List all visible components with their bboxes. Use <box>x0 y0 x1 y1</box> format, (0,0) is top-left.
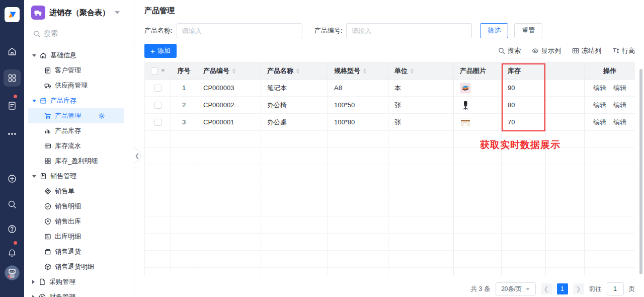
sidebar-item-5[interactable]: 产品库存 <box>24 123 134 138</box>
sidebar-item-14[interactable]: 销售退货明细 <box>24 259 134 274</box>
column-header-3[interactable]: 规格型号 <box>328 62 388 79</box>
vertical-scrollbar[interactable] <box>639 69 642 274</box>
sidebar-item-6[interactable]: 库存流水 <box>24 138 134 154</box>
filter-button[interactable]: 筛选 <box>480 23 508 38</box>
sidebar-item-13[interactable]: 销售退货 <box>24 244 134 259</box>
product-code-input[interactable] <box>346 23 472 38</box>
table-search-button[interactable]: 搜索 <box>498 46 521 55</box>
sidebar-item-12[interactable]: 出库明细 <box>24 229 134 244</box>
current-page-button[interactable]: 1 <box>557 283 568 294</box>
product-image-desk[interactable] <box>460 117 471 128</box>
sidebar-item-10[interactable]: 销售明细 <box>24 199 134 214</box>
show-columns-button[interactable]: 显示列 <box>532 46 561 55</box>
sidebar-search-input[interactable]: 搜索 <box>24 25 134 44</box>
row-height-button[interactable]: 行高 <box>612 46 635 55</box>
goto-page-input[interactable] <box>607 282 624 295</box>
sidebar-item-label: 财务管理 <box>49 292 75 297</box>
table-search-label: 搜索 <box>508 46 521 55</box>
freeze-columns-button[interactable]: 冻结列 <box>572 46 601 55</box>
page-title: 产品管理 <box>144 6 644 16</box>
next-page-button[interactable]: ❯ <box>573 283 584 294</box>
chevron-down-icon[interactable] <box>161 69 165 72</box>
column-header-4[interactable]: 单位 <box>388 62 454 79</box>
sidebar-item-11[interactable]: 销售出库 <box>24 214 134 229</box>
sidebar: 进销存（聚合表） 搜索 基础信息客户管理供应商管理产品库存产品管理产品库存库存流… <box>24 0 134 297</box>
sidebar-item-group-8[interactable]: 销售管理 <box>24 169 134 184</box>
empty-table-row <box>145 216 635 234</box>
row-checkbox[interactable] <box>154 85 162 92</box>
bell-icon <box>7 248 17 258</box>
sidebar-item-4[interactable]: 产品管理 <box>28 108 124 123</box>
sidebar-item-7[interactable]: 库存_盈利明细 <box>24 154 134 169</box>
rail-more-button[interactable] <box>0 129 24 139</box>
rail-notifications-button[interactable] <box>0 248 24 258</box>
edit-link[interactable]: 编辑 <box>613 118 626 127</box>
row-checkbox[interactable] <box>154 119 162 126</box>
prev-page-button[interactable]: ❮ <box>541 283 552 294</box>
sort-icon[interactable] <box>232 68 235 73</box>
sidebar-item-label: 供应商管理 <box>55 81 88 90</box>
edit-link[interactable]: 编辑 <box>613 84 626 93</box>
sidebar-item-group-15[interactable]: 采购管理 <box>24 274 134 289</box>
shield-check-icon <box>44 203 51 210</box>
truck-icon <box>44 82 51 89</box>
rail-add-button[interactable] <box>0 174 24 184</box>
circle-v-icon <box>39 293 46 297</box>
app-switcher[interactable]: 进销存（聚合表） <box>24 0 134 25</box>
sidebar-item-label: 采购管理 <box>49 277 75 286</box>
product-name-input[interactable] <box>177 23 302 38</box>
product-image-notebook[interactable] <box>460 83 471 94</box>
select-all-checkbox[interactable] <box>151 67 158 75</box>
sort-icon[interactable] <box>296 68 299 73</box>
caret-right-icon <box>32 295 35 297</box>
empty-table-row <box>145 251 635 268</box>
sidebar-item-group-3[interactable]: 产品库存 <box>24 93 134 108</box>
brand-logo[interactable] <box>0 7 24 22</box>
sidebar-search-placeholder: 搜索 <box>44 29 58 38</box>
sort-icon[interactable] <box>363 68 366 73</box>
chevron-down-icon <box>115 11 120 14</box>
edit-link[interactable]: 编辑 <box>593 84 606 93</box>
sort-icon[interactable] <box>411 68 414 73</box>
rail-apps-button[interactable] <box>0 69 24 87</box>
column-header-1[interactable]: 产品编号 <box>197 62 261 79</box>
user-avatar[interactable] <box>0 265 24 280</box>
sidebar-item-9[interactable]: 销售单 <box>24 184 134 199</box>
sidebar-item-group-16[interactable]: 财务管理 <box>24 289 134 297</box>
edit-link[interactable]: 编辑 <box>593 101 606 110</box>
gear-icon[interactable] <box>98 112 105 119</box>
row-checkbox[interactable] <box>154 102 162 109</box>
page-size-select[interactable]: 20条/页 <box>496 282 536 295</box>
rail-help-button[interactable] <box>0 224 24 234</box>
edit-link[interactable]: 编辑 <box>613 101 626 110</box>
bell-notification-dot <box>14 241 17 245</box>
apps-grid-icon <box>7 73 17 83</box>
filter-label-product-name: 产品名称: <box>144 26 173 35</box>
edit-link[interactable]: 编辑 <box>593 118 606 127</box>
empty-table-row <box>145 268 635 275</box>
column-header-label: 操作 <box>603 66 616 76</box>
product-image-chair[interactable] <box>460 100 471 111</box>
caret-down-icon <box>32 175 36 178</box>
cell-code: CP000003 <box>203 84 234 92</box>
goto-unit-label: 页 <box>629 285 635 293</box>
add-button[interactable]: + 添加 <box>144 44 177 58</box>
column-header-7 <box>546 62 585 79</box>
sidebar-item-2[interactable]: 供应商管理 <box>24 78 134 93</box>
rail-docs-button[interactable] <box>0 101 24 111</box>
sidebar-item-label: 库存_盈利明细 <box>55 157 98 166</box>
annotation-text: 获取实时数据展示 <box>480 138 560 152</box>
rail-home-button[interactable] <box>0 46 24 56</box>
column-header-2[interactable]: 产品名称 <box>261 62 328 79</box>
rail-search-button[interactable] <box>0 199 24 209</box>
hexagon-icon <box>44 263 51 270</box>
chart-icon <box>44 127 51 134</box>
chevron-down-icon <box>526 288 530 290</box>
cell-name: 笔记本 <box>267 84 287 93</box>
reset-button[interactable]: 重置 <box>514 23 542 38</box>
sidebar-item-group-0[interactable]: 基础信息 <box>24 48 134 63</box>
empty-table-row <box>145 131 635 148</box>
sidebar-item-1[interactable]: 客户管理 <box>24 63 134 78</box>
caret-down-icon <box>32 100 36 102</box>
cell-name: 办公桌 <box>267 118 287 127</box>
